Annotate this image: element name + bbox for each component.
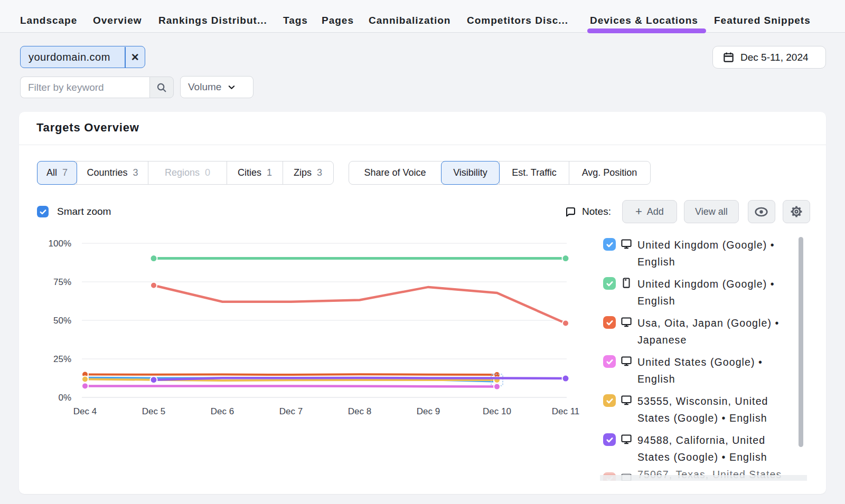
svg-text:Dec 7: Dec 7 [279,406,303,416]
svg-text:Dec 10: Dec 10 [483,406,511,416]
svg-text:75%: 75% [53,277,71,287]
svg-text:Dec 8: Dec 8 [348,406,371,416]
svg-text:50%: 50% [53,316,71,326]
svg-text:25%: 25% [53,354,71,364]
svg-text:100%: 100% [49,239,71,249]
svg-text:Dec 4: Dec 4 [73,406,97,416]
svg-text:Dec 6: Dec 6 [211,406,234,416]
svg-text:Dec 11: Dec 11 [552,406,580,416]
svg-text:0%: 0% [58,393,71,403]
svg-text:Dec 5: Dec 5 [142,406,165,416]
svg-text:Dec 9: Dec 9 [417,406,440,416]
